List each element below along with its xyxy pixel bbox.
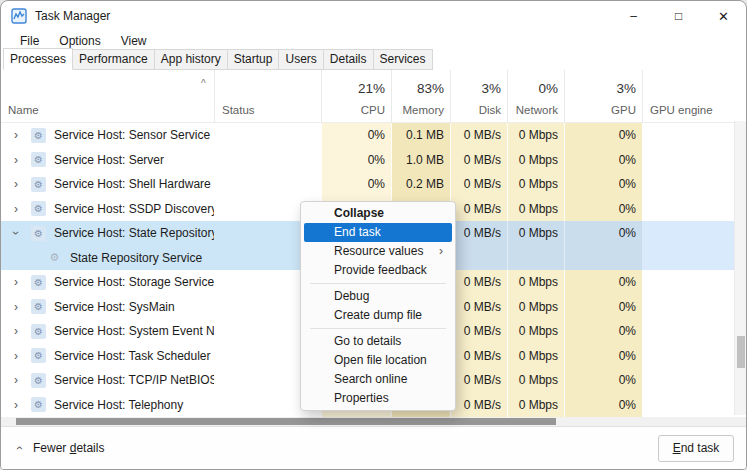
cpu-total-percent: 21% xyxy=(352,81,391,96)
col-header-network[interactable]: 0% Network xyxy=(507,70,564,122)
context-menu-item-debug[interactable]: Debug xyxy=(304,287,452,306)
gpu-engine-cell xyxy=(642,246,736,271)
expand-chevron-icon[interactable] xyxy=(9,153,23,167)
network-cell xyxy=(507,246,564,271)
context-menu-item-go-to-details[interactable]: Go to details xyxy=(304,332,452,351)
col-header-name[interactable]: ^ Name xyxy=(1,70,214,122)
gpu-engine-cell xyxy=(642,270,736,295)
minimize-button[interactable]: – xyxy=(611,1,656,31)
col-header-cpu-label: CPU xyxy=(354,104,391,122)
disk-cell: 0 MB/s xyxy=(450,172,507,197)
horizontal-scrollbar-thumb[interactable] xyxy=(16,418,556,425)
context-menu-item-resource-values[interactable]: Resource values › xyxy=(304,242,452,261)
col-header-gpu[interactable]: 3% GPU xyxy=(564,70,642,122)
gpu-engine-cell xyxy=(642,172,736,197)
network-total-percent: 0% xyxy=(532,81,564,96)
tab-app-history[interactable]: App history xyxy=(154,49,228,70)
expand-chevron-icon[interactable] xyxy=(9,349,23,363)
table-row[interactable]: Service Host: Sensor Service 0% 0.1 MB 0… xyxy=(1,123,736,148)
context-menu-item-open-file-location[interactable]: Open file location xyxy=(304,351,452,370)
process-name: Service Host: SysMain xyxy=(54,300,175,314)
end-task-button[interactable]: End task xyxy=(658,435,734,462)
tab-services[interactable]: Services xyxy=(373,49,433,70)
context-menu-item-label: Properties xyxy=(334,391,389,405)
context-menu-item-collapse[interactable]: Collapse xyxy=(304,204,452,223)
gpu-engine-cell xyxy=(642,344,736,369)
context-menu-item-end-task[interactable]: End task xyxy=(304,223,452,242)
col-header-status[interactable]: Status xyxy=(214,70,321,122)
gpu-cell: 0% xyxy=(564,172,642,197)
col-header-status-label: Status xyxy=(215,104,321,122)
cpu-cell: 0% xyxy=(321,123,391,148)
context-menu-item-label: Collapse xyxy=(334,206,384,220)
col-header-gpu-engine[interactable]: GPU engine xyxy=(642,70,736,122)
menubar-item-file[interactable]: File xyxy=(10,34,49,48)
chevron-up-icon xyxy=(12,446,26,450)
window-controls: – □ ✕ xyxy=(611,1,746,31)
col-header-gpu-label: GPU xyxy=(604,104,642,122)
task-manager-icon xyxy=(11,8,27,24)
close-button[interactable]: ✕ xyxy=(701,1,746,31)
expand-chevron-icon[interactable] xyxy=(9,177,23,191)
col-header-memory[interactable]: 83% Memory xyxy=(391,70,450,122)
gpu-engine-cell xyxy=(642,221,736,246)
name-cell: State Repository Service xyxy=(1,246,214,271)
fewer-details-toggle[interactable]: Fewer details xyxy=(17,441,104,455)
context-menu-item-provide-feedback[interactable]: Provide feedback xyxy=(304,261,452,280)
horizontal-scrollbar[interactable] xyxy=(1,417,746,426)
expand-chevron-icon[interactable] xyxy=(9,128,23,142)
task-manager-window: Task Manager – □ ✕ FileOptionsView Proce… xyxy=(0,0,747,470)
tab-users[interactable]: Users xyxy=(278,49,323,70)
service-gear-icon xyxy=(31,324,46,339)
gpu-engine-cell xyxy=(642,393,736,418)
col-header-network-label: Network xyxy=(509,104,564,122)
context-menu-item-search-online[interactable]: Search online xyxy=(304,370,452,389)
vertical-scrollbar[interactable] xyxy=(734,121,746,415)
expand-chevron-icon[interactable] xyxy=(9,324,23,338)
menubar-item-options[interactable]: Options xyxy=(49,34,110,48)
network-cell: 0 Mbps xyxy=(507,172,564,197)
network-cell: 0 Mbps xyxy=(507,319,564,344)
expand-chevron-icon[interactable] xyxy=(9,300,23,314)
disk-cell: 0 MB/s xyxy=(450,221,507,246)
gpu-cell: 0% xyxy=(564,393,642,418)
context-menu-item-create-dump-file[interactable]: Create dump file xyxy=(304,306,452,325)
col-header-name-label: Name xyxy=(1,104,214,122)
expand-chevron-icon[interactable] xyxy=(9,275,23,289)
status-cell xyxy=(214,172,321,197)
gpu-cell: 0% xyxy=(564,319,642,344)
memory-cell: 0.2 MB xyxy=(391,172,450,197)
disk-cell: 0 MB/s xyxy=(450,123,507,148)
tab-performance[interactable]: Performance xyxy=(72,49,155,70)
service-gear-icon xyxy=(31,128,46,143)
gpu-cell: 0% xyxy=(564,148,642,173)
col-header-disk[interactable]: 3% Disk xyxy=(450,70,507,122)
network-cell: 0 Mbps xyxy=(507,197,564,222)
gpu-engine-cell xyxy=(642,148,736,173)
expand-chevron-icon[interactable] xyxy=(9,373,23,387)
tab-processes[interactable]: Processes xyxy=(3,48,73,70)
service-gear-icon xyxy=(31,177,46,192)
status-cell xyxy=(214,123,321,148)
process-name: State Repository Service xyxy=(70,251,202,265)
col-header-cpu[interactable]: 21% CPU xyxy=(321,70,391,122)
gpu-engine-cell xyxy=(642,197,736,222)
expand-chevron-icon[interactable] xyxy=(9,202,23,216)
title-bar[interactable]: Task Manager – □ ✕ xyxy=(1,1,746,31)
table-row[interactable]: Service Host: Server 0% 1.0 MB 0 MB/s 0 … xyxy=(1,148,736,173)
expand-chevron-icon[interactable] xyxy=(9,398,23,412)
network-cell: 0 Mbps xyxy=(507,344,564,369)
context-menu-item-properties[interactable]: Properties xyxy=(304,389,452,408)
col-header-gpu-engine-label: GPU engine xyxy=(643,104,736,122)
submenu-chevron-icon: › xyxy=(439,242,443,261)
tab-details[interactable]: Details xyxy=(323,49,374,70)
disk-cell: 0 MB/s xyxy=(450,270,507,295)
table-row[interactable]: Service Host: Shell Hardware De... 0% 0.… xyxy=(1,172,736,197)
tab-startup[interactable]: Startup xyxy=(227,49,280,70)
expand-chevron-icon[interactable] xyxy=(9,226,23,240)
service-gear-icon xyxy=(31,152,46,167)
vertical-scrollbar-thumb[interactable] xyxy=(737,336,745,368)
menubar-item-view[interactable]: View xyxy=(111,34,157,48)
disk-cell: 0 MB/s xyxy=(450,368,507,393)
maximize-button[interactable]: □ xyxy=(656,1,701,31)
